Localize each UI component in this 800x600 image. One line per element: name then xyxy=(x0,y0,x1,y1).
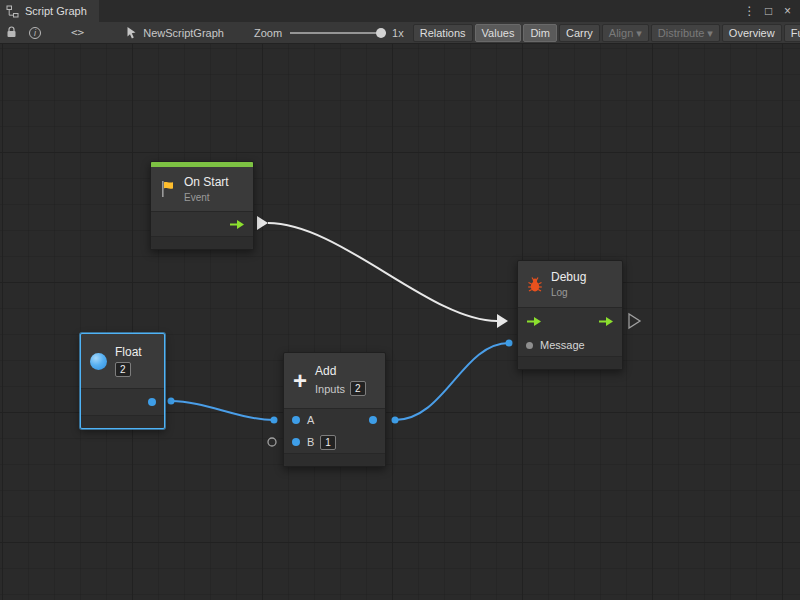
port-label: B xyxy=(307,436,314,448)
node-footer xyxy=(151,236,253,249)
trigger-output-port[interactable] xyxy=(229,219,245,230)
message-port-row: Message xyxy=(518,334,622,356)
window-controls: ⋮ □ × xyxy=(742,0,800,22)
debuglog-output-connector[interactable] xyxy=(629,314,640,328)
add-header[interactable]: + Add Inputs 2 xyxy=(284,353,385,408)
script-graph-window: Script Graph ⋮ □ × i <> NewScriptGraph Z… xyxy=(0,0,800,600)
node-title: Add xyxy=(315,365,336,378)
close-icon[interactable]: × xyxy=(780,4,795,18)
zoom-slider[interactable] xyxy=(290,27,386,39)
dim-button[interactable]: Dim xyxy=(523,24,557,42)
script-graph-icon xyxy=(6,5,19,18)
graph-canvas[interactable]: On Start Event xyxy=(0,44,800,600)
carry-button[interactable]: Carry xyxy=(559,24,600,42)
chevron-down-icon: ▾ xyxy=(636,25,642,41)
float-output-row xyxy=(81,389,164,415)
toolbar-buttons: Relations Values Dim Carry Align ▾ Distr… xyxy=(413,24,800,42)
align-dropdown[interactable]: Align ▾ xyxy=(602,24,649,42)
bug-icon xyxy=(527,276,543,293)
float-icon xyxy=(90,353,107,370)
debuglog-input-connector[interactable] xyxy=(497,314,508,328)
zoom-value: 1x xyxy=(392,27,404,39)
node-footer xyxy=(518,356,622,369)
menu-icon[interactable]: ⋮ xyxy=(742,4,757,18)
onstart-output-connector[interactable] xyxy=(257,216,268,230)
plus-icon: + xyxy=(293,371,307,391)
node-subtitle: Event xyxy=(184,192,210,203)
float-header[interactable]: Float 2 xyxy=(81,334,164,388)
code-icon[interactable]: <> xyxy=(71,26,84,39)
tab-script-graph[interactable]: Script Graph xyxy=(0,0,99,22)
float-output-port[interactable] xyxy=(148,398,156,406)
on-start-header[interactable]: On Start Event xyxy=(151,167,253,211)
flag-icon xyxy=(160,180,176,198)
add-input-a-connector[interactable] xyxy=(271,417,278,424)
add-output-port[interactable] xyxy=(369,416,377,424)
wire-onstart-to-debuglog[interactable] xyxy=(268,223,497,321)
inputs-count-field[interactable]: 2 xyxy=(350,381,366,396)
relations-button[interactable]: Relations xyxy=(413,24,473,42)
distribute-dropdown[interactable]: Distribute ▾ xyxy=(651,24,720,42)
node-title: Float xyxy=(115,346,142,359)
port-label: Message xyxy=(540,339,585,351)
tab-bar: Script Graph ⋮ □ × xyxy=(0,0,800,22)
node-debug-log[interactable]: Debug Log xyxy=(517,260,623,370)
debug-log-header[interactable]: Debug Log xyxy=(518,261,622,307)
trigger-input-port[interactable] xyxy=(526,316,542,327)
cursor-icon xyxy=(126,26,137,39)
overview-button[interactable]: Overview xyxy=(722,24,782,42)
on-start-trigger-row xyxy=(151,212,253,236)
node-footer xyxy=(284,453,385,466)
node-on-start[interactable]: On Start Event xyxy=(150,161,254,250)
add-output-connector[interactable] xyxy=(392,417,399,424)
trigger-output-port[interactable] xyxy=(598,316,614,327)
inputs-label: Inputs xyxy=(315,383,345,395)
node-add[interactable]: + Add Inputs 2 A B 1 xyxy=(283,352,386,467)
zoom-label: Zoom xyxy=(254,27,282,39)
fullscreen-button[interactable]: Full Screen xyxy=(784,24,800,42)
graph-toolbar: i <> NewScriptGraph Zoom 1x Relations Va… xyxy=(0,22,800,44)
zoom-slider-track[interactable] xyxy=(290,32,386,34)
float-value-field[interactable]: 2 xyxy=(115,362,131,377)
port-b-row: B 1 xyxy=(284,431,385,453)
node-footer xyxy=(81,415,164,428)
wire-add-to-debuglog[interactable] xyxy=(395,343,509,420)
node-title: Debug xyxy=(551,271,586,284)
port-a-row: A xyxy=(284,409,385,431)
input-a-port[interactable] xyxy=(292,416,300,424)
maximize-icon[interactable]: □ xyxy=(761,4,776,18)
zoom-slider-knob[interactable] xyxy=(376,28,386,38)
float-output-connector[interactable] xyxy=(168,398,175,405)
add-input-b-connector[interactable] xyxy=(268,438,276,446)
debug-log-trigger-row xyxy=(518,308,622,334)
values-button[interactable]: Values xyxy=(475,24,522,42)
graph-name: NewScriptGraph xyxy=(143,27,224,39)
port-label: A xyxy=(307,414,314,426)
node-subtitle: Log xyxy=(551,287,568,298)
tab-label: Script Graph xyxy=(25,5,87,17)
node-float[interactable]: Float 2 xyxy=(80,333,165,429)
node-title: On Start xyxy=(184,176,229,189)
chevron-down-icon: ▾ xyxy=(707,25,713,41)
lock-icon[interactable] xyxy=(6,26,17,39)
wire-float-to-add[interactable] xyxy=(171,401,274,420)
message-input-connector[interactable] xyxy=(506,340,513,347)
port-b-value-field[interactable]: 1 xyxy=(320,435,336,450)
wires-layer xyxy=(0,44,800,600)
input-b-port[interactable] xyxy=(292,438,300,446)
message-input-port[interactable] xyxy=(526,342,533,349)
info-icon[interactable]: i xyxy=(29,27,41,39)
